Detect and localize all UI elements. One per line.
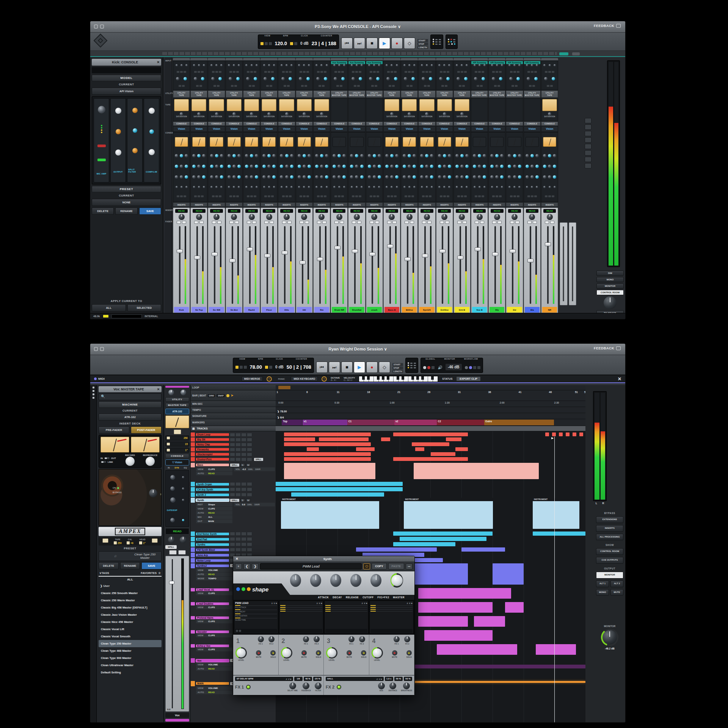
tape-section[interactable] [506, 98, 523, 121]
console-section[interactable] [173, 132, 190, 202]
pan-knob[interactable] [213, 214, 220, 220]
track-name-chip[interactable]: Noisy Clap [196, 443, 229, 446]
pan-knob[interactable] [249, 214, 255, 220]
input-section[interactable] [418, 61, 435, 90]
tape-setting-row[interactable]: 250 [165, 436, 189, 440]
fx2-send-knob[interactable] [404, 636, 410, 642]
preset-list-item[interactable]: Clean Type 900 Master [99, 654, 162, 662]
preset-list-item[interactable]: Clean Ultralinear Master [99, 662, 162, 669]
fader-handle[interactable] [510, 249, 516, 253]
input-section[interactable]: Aux Summing [348, 61, 365, 90]
clip[interactable]: INSTRUMENT [533, 498, 579, 529]
monitor-level-knob[interactable] [601, 629, 618, 646]
track-name-tag[interactable]: Vox [165, 713, 189, 718]
menu-button[interactable]: ••• [406, 563, 413, 569]
console-section[interactable] [471, 132, 488, 202]
utility-section[interactable]: UTILITYTAPE [453, 90, 471, 98]
track-mini-cells[interactable] [230, 488, 253, 491]
preset-button[interactable]: RENAME [120, 562, 140, 569]
mute-button[interactable]: M [246, 498, 251, 502]
preset-display[interactable]: PWM Lead [260, 563, 362, 569]
automation-read[interactable]: READ [438, 209, 450, 213]
mute-solo[interactable] [545, 221, 554, 224]
midi-merge-button[interactable]: MIDI MERGE [242, 376, 263, 381]
post-fader-button[interactable]: POST-FADER [131, 426, 162, 434]
pan-knob[interactable] [336, 214, 342, 220]
start-stop-length[interactable]: STARTSTOPLENGTH [417, 36, 428, 49]
fader-handle[interactable] [492, 252, 498, 256]
vision-header[interactable]: Vision [313, 126, 330, 132]
track-mini-cells[interactable] [230, 433, 253, 436]
inserts-row[interactable]: INSERTS [260, 202, 278, 207]
mute-solo[interactable] [317, 221, 326, 224]
automation-read[interactable]: READ [228, 209, 240, 213]
marker[interactable]: Top [282, 420, 302, 425]
track-header[interactable]: Synth 2 [191, 492, 276, 497]
console-section[interactable] [278, 132, 295, 202]
utility-section[interactable]: UTILITYTAPE [278, 90, 295, 98]
track-param-row[interactable]: VIEW VOLUME [196, 686, 232, 690]
speed-knob[interactable] [149, 489, 157, 497]
fader-handle[interactable] [545, 242, 551, 246]
channel-tab[interactable] [278, 58, 295, 60]
tag-all[interactable]: ALL [99, 576, 162, 581]
fader-handle[interactable] [387, 244, 393, 248]
fader-handle[interactable] [439, 249, 446, 253]
track-header[interactable]: Noisy Clap [191, 442, 276, 447]
channel-name-tag[interactable]: Sn Top [191, 307, 206, 313]
track-param-row[interactable]: AUTO READ [196, 667, 232, 671]
spill-button[interactable]: SPILL [230, 464, 239, 467]
dim-button[interactable]: DIM [596, 270, 624, 276]
bypass-button[interactable]: EXTENSIONS [596, 516, 623, 523]
clip[interactable] [284, 457, 371, 461]
transport-button[interactable]: ⏮ [341, 38, 353, 49]
tape-section[interactable]: SATURATION [243, 98, 260, 121]
tempo-row[interactable]: TEMPO ❯ 78.00 [191, 407, 585, 413]
channel-tab[interactable] [453, 58, 471, 60]
tape-section[interactable]: SATURATION [208, 98, 225, 121]
inserts-row[interactable]: INSERTS [208, 202, 225, 207]
utility-section[interactable]: UTILITYTAPE [260, 90, 278, 98]
automation-read[interactable]: READ [245, 209, 258, 213]
console-section[interactable] [260, 132, 278, 202]
clip-lane[interactable] [276, 487, 585, 492]
bypass-button[interactable]: ALL PROCESSING [596, 534, 623, 541]
spill-button[interactable]: SPILL [230, 499, 239, 502]
fader-handle[interactable] [405, 257, 411, 261]
console-section[interactable] [524, 132, 541, 202]
inserts-row[interactable]: INSERTS [401, 202, 418, 207]
preset-select[interactable]: NONE [92, 199, 161, 206]
transport-button[interactable]: ● [391, 38, 403, 49]
tape-section[interactable] [348, 98, 365, 121]
fader-handle[interactable] [334, 246, 340, 250]
inserts-row[interactable]: INSERTS [488, 202, 505, 207]
clip-lane[interactable] [276, 547, 585, 552]
clip[interactable] [412, 442, 449, 446]
fx2-send-knob[interactable] [359, 636, 365, 642]
track-mini-cells[interactable] [230, 532, 253, 535]
vision-header[interactable]: Vision [190, 126, 207, 132]
clip-lane[interactable] [276, 432, 585, 437]
fader-handle[interactable] [212, 252, 218, 256]
start-stop-length[interactable]: STARTSTOPLENGTH [392, 360, 403, 373]
clip[interactable] [559, 432, 563, 436]
attack-knob[interactable] [290, 574, 301, 587]
edit-buttons[interactable] [162, 52, 557, 55]
tape-section[interactable] [331, 98, 348, 121]
mute-solo[interactable] [282, 221, 292, 224]
clip[interactable] [393, 531, 492, 536]
track-header[interactable]: Bass SPILL S M VIEW [191, 463, 276, 480]
view-toggles[interactable] [235, 362, 247, 369]
clip[interactable] [446, 437, 461, 441]
track-name-chip[interactable]: Lead Doubles [196, 602, 229, 605]
atr-102-button[interactable]: ATR-102 [165, 409, 189, 414]
counter-display[interactable]: 23 | 4 | 188 [312, 38, 336, 46]
track-mini-cells[interactable] [230, 548, 253, 551]
cal-button[interactable] [127, 541, 130, 544]
mute-solo[interactable] [387, 221, 397, 224]
clip[interactable] [533, 531, 585, 536]
prev-preset-button[interactable]: ❮ [243, 563, 250, 569]
track-param-row[interactable]: VIEW CLIPS [196, 591, 232, 595]
clip[interactable] [566, 432, 570, 436]
utility-section[interactable]: UTILITYTAPE [541, 90, 558, 98]
